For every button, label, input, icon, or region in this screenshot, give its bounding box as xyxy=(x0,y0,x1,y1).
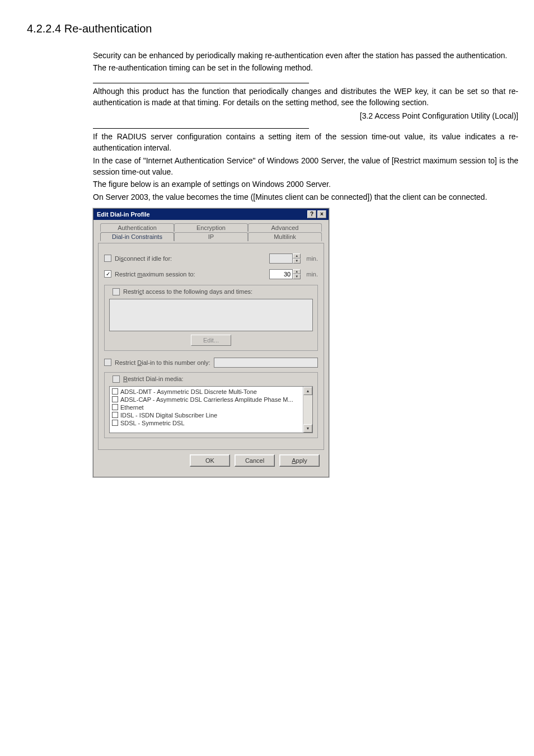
scroll-up-icon[interactable]: ▲ xyxy=(303,387,312,395)
restrict-days-group: Restrict access to the following days an… xyxy=(104,285,318,351)
checkbox-icon[interactable] xyxy=(112,412,118,418)
restrict-max-checkbox[interactable]: ✓ xyxy=(104,270,111,278)
spin-up-icon[interactable]: ▲ xyxy=(293,253,301,259)
tab-dialin-constraints[interactable]: Dial-in Constraints xyxy=(100,232,174,241)
note2-p4: On Server 2003, the value becomes the ti… xyxy=(93,191,518,203)
restrict-max-label: Restrict maximum session to: xyxy=(115,271,195,278)
tab-ip[interactable]: IP xyxy=(174,232,248,241)
spin-up-icon[interactable]: ▲ xyxy=(293,269,301,274)
disconnect-idle-input[interactable] xyxy=(269,253,293,264)
spin-down-icon[interactable]: ▼ xyxy=(293,259,301,264)
days-times-listbox[interactable] xyxy=(109,299,313,331)
tab-strip: Authentication Encryption Advanced Dial-… xyxy=(98,223,324,243)
note2-p3: The figure below is an example of settin… xyxy=(93,179,518,190)
list-item[interactable]: SDSL - Symmetric DSL xyxy=(111,419,302,427)
restrict-media-group: Restrict Dial-in media: ADSL-DMT - Asymm… xyxy=(104,372,318,438)
note1-p1: Although this product has the function t… xyxy=(93,86,518,109)
checkbox-icon[interactable] xyxy=(112,388,118,395)
restrict-dialin-number-checkbox[interactable] xyxy=(104,359,111,366)
tab-multilink[interactable]: Multilink xyxy=(248,232,322,241)
media-item-label: ADSL-DMT - Asymmetric DSL Discrete Multi… xyxy=(120,388,257,395)
tab-panel-dialin-constraints: Disconnect if idle for: ▲ ▼ min. ✓ Restr… xyxy=(98,243,324,450)
restrict-days-label: Restrict access to the following days an… xyxy=(123,288,252,295)
scroll-down-icon[interactable]: ▼ xyxy=(303,424,312,433)
restrict-days-checkbox[interactable] xyxy=(113,288,120,295)
dialog-titlebar[interactable]: Edit Dial-in Profile ? × xyxy=(93,209,329,220)
intro-p2: The re-authentication timing can be set … xyxy=(93,62,518,73)
edit-dialin-profile-dialog: Edit Dial-in Profile ? × Authentication … xyxy=(93,208,329,477)
intro-block: Security can be enhanced by periodically… xyxy=(93,50,518,203)
apply-button[interactable]: Apply xyxy=(279,454,320,467)
restrict-max-input[interactable] xyxy=(269,269,293,279)
ok-button[interactable]: OK xyxy=(190,454,230,467)
restrict-media-checkbox[interactable] xyxy=(113,375,120,383)
scrollbar[interactable]: ▲ ▼ xyxy=(303,387,312,433)
list-item[interactable]: ADSL-CAP - Asymmetric DSL Carrierless Am… xyxy=(111,396,302,403)
media-item-label: ADSL-CAP - Asymmetric DSL Carrierless Am… xyxy=(120,396,293,403)
cancel-button[interactable]: Cancel xyxy=(235,454,275,467)
list-item[interactable]: Ethernet xyxy=(111,403,302,411)
disconnect-idle-unit: min. xyxy=(306,255,318,262)
section-heading: 4.2.2.4 Re-authentication xyxy=(27,22,512,35)
restrict-dialin-number-label: Restrict Dial-in to this number only: xyxy=(115,359,210,366)
media-item-label: SDSL - Symmetric DSL xyxy=(120,420,185,426)
checkbox-icon[interactable] xyxy=(112,420,118,426)
close-button[interactable]: × xyxy=(317,210,326,218)
list-item[interactable]: ADSL-DMT - Asymmetric DSL Discrete Multi… xyxy=(111,388,302,396)
spin-down-icon[interactable]: ▼ xyxy=(293,274,301,279)
list-item[interactable]: IDSL - ISDN Digital Subscriber Line xyxy=(111,411,302,419)
restrict-max-unit: min. xyxy=(306,271,318,278)
tab-encryption[interactable]: Encryption xyxy=(174,223,248,232)
media-item-label: Ethernet xyxy=(120,404,144,411)
note2-p1: If the RADIUS server configuration conta… xyxy=(93,131,518,154)
disconnect-idle-label: Disconnect if idle for: xyxy=(115,255,172,262)
intro-p1: Security can be enhanced by periodically… xyxy=(93,50,518,61)
media-listbox[interactable]: ADSL-DMT - Asymmetric DSL Discrete Multi… xyxy=(109,386,313,433)
help-button[interactable]: ? xyxy=(307,210,316,218)
tab-advanced[interactable]: Advanced xyxy=(248,223,322,232)
dialog-title: Edit Dial-in Profile xyxy=(97,211,150,218)
tab-authentication[interactable]: Authentication xyxy=(100,223,174,232)
divider-2 xyxy=(93,128,309,129)
note1-ref: [3.2 Access Point Configuration Utility … xyxy=(93,111,518,120)
checkbox-icon[interactable] xyxy=(112,396,118,402)
disconnect-idle-checkbox[interactable] xyxy=(104,255,111,262)
divider-1 xyxy=(93,83,309,83)
dialin-number-input[interactable] xyxy=(214,358,318,368)
note2-p2: In the case of "Internet Authentication … xyxy=(93,155,518,178)
restrict-media-label: Restrict Dial-in media: xyxy=(123,375,184,382)
checkbox-icon[interactable] xyxy=(112,404,118,410)
edit-days-button[interactable]: Edit... xyxy=(191,335,231,346)
media-item-label: IDSL - ISDN Digital Subscriber Line xyxy=(120,412,217,419)
